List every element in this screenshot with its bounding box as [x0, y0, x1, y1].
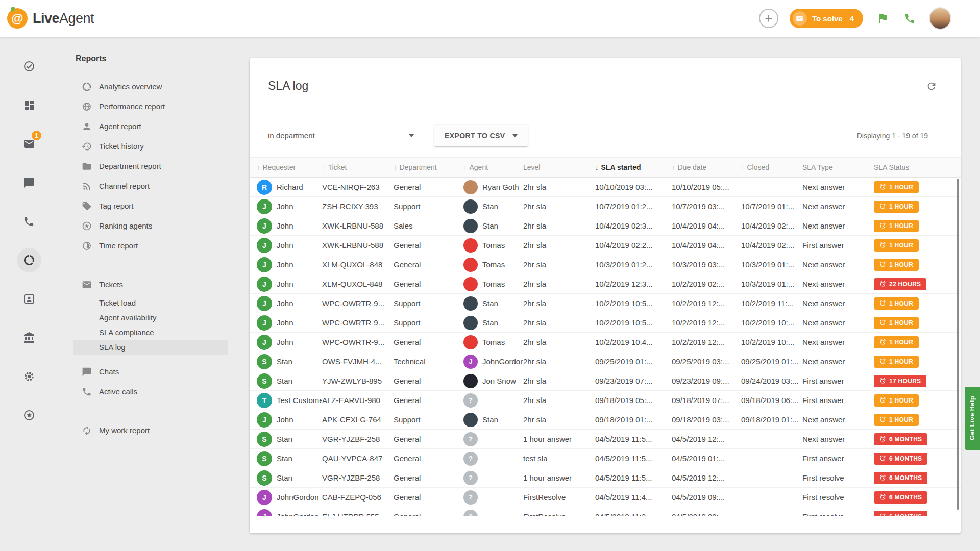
to-solve-button[interactable]: To solve 4: [790, 9, 863, 28]
column-header-sla-status[interactable]: SLA Status: [874, 163, 961, 171]
requester-cell: SStan: [257, 432, 322, 447]
requester-avatar: S: [257, 373, 272, 389]
sidebar-item-analytics-overview[interactable]: Analytics overview: [74, 77, 228, 96]
sidebar-item-time-report[interactable]: Time report: [74, 236, 228, 256]
export-csv-button[interactable]: EXPORT TO CSV: [434, 125, 528, 146]
sidebar-item-ranking-agents[interactable]: Ranking agents: [74, 216, 228, 236]
sidebar-item-ticket-load[interactable]: Ticket load: [74, 295, 228, 310]
rail-item-customers[interactable]: [17, 287, 41, 311]
table-row[interactable]: RRichardVCE-NIRQF-263GeneralRyan Goth2hr…: [250, 178, 961, 197]
closed-cell: 10/4/2019 02:...: [741, 241, 802, 249]
rail-item-dashboard[interactable]: [17, 93, 41, 117]
table-row[interactable]: JJohnAPK-CEXLG-764SupportStan2hr sla09/1…: [250, 410, 961, 430]
sidebar-item-tickets[interactable]: Tickets: [74, 274, 228, 294]
user-avatar[interactable]: [929, 7, 951, 30]
sidebar-subitem-label: Agent availability: [99, 313, 157, 322]
liveagent-logo[interactable]: @ LiveAgent: [7, 8, 94, 29]
rail-item-rewards[interactable]: [17, 403, 41, 428]
requester-cell: JJohn: [257, 412, 322, 428]
table-row[interactable]: JJohnXLM-QUXOL-848GeneralTomas2hr sla10/…: [250, 274, 961, 294]
table-row[interactable]: JJohnWPC-OWRTR-9...SupportStan2hr sla10/…: [250, 294, 961, 313]
sla-started-date: 10/2/2019 10:5...: [595, 318, 653, 327]
column-header-level[interactable]: Level: [523, 163, 595, 171]
table-row[interactable]: JJohnZSH-RCIXY-393SupportStan2hr sla10/7…: [250, 197, 961, 216]
get-live-help-tab[interactable]: Get Live Help: [965, 387, 980, 450]
due-date-cell: 10/2/2019 12:...: [672, 338, 741, 346]
due-date-cell: 04/5/2019 01:...: [672, 454, 741, 463]
department-filter-select[interactable]: in department: [266, 125, 419, 146]
sidebar-item-ticket-history[interactable]: Ticket history: [74, 136, 228, 156]
sla-level: test sla: [523, 454, 548, 463]
rail-item-reports[interactable]: [17, 248, 41, 272]
table-row[interactable]: JJohnWPC-OWRTR-9...GeneralTomas2hr sla10…: [250, 333, 961, 352]
sidebar-item-performance-report[interactable]: Performance report: [74, 96, 228, 116]
table-scrollbar[interactable]: [957, 179, 959, 520]
agent-cell: ?: [463, 432, 523, 446]
sidebar-item-active-calls[interactable]: Active calls: [74, 382, 228, 402]
pagination-info: Displaying 1 - 19 of 19: [857, 132, 928, 140]
table-row[interactable]: JJohnGordonELJ-UTRPP-555General?FirstRes…: [250, 507, 961, 516]
scrollbar-thumb[interactable]: [957, 179, 959, 510]
agent-avatar: [463, 413, 478, 427]
column-header-ticket[interactable]: Ticket: [322, 163, 394, 171]
sort-icon: [394, 163, 397, 171]
column-header-sla-started[interactable]: SLA started: [595, 163, 672, 171]
column-header-due-date[interactable]: Due date: [672, 163, 741, 171]
sidebar-item-sla-compliance[interactable]: SLA compliance: [74, 325, 228, 340]
table-row[interactable]: SStanQAU-YVPCA-847General?test sla04/5/2…: [250, 449, 961, 468]
rail-item-chats[interactable]: [17, 170, 41, 195]
sidebar-item-channel-report[interactable]: Channel report: [74, 176, 228, 196]
table-row[interactable]: SStanVGR-YJZBF-258General?1 hour answer0…: [250, 430, 961, 449]
sidebar-item-agent-report[interactable]: Agent report: [74, 116, 228, 136]
table-row[interactable]: SStanYJW-ZWLYB-895GeneralJon Snow2hr sla…: [250, 371, 961, 391]
requester-cell: SStan: [257, 373, 322, 389]
sidebar-item-agent-availability[interactable]: Agent availability: [74, 310, 228, 325]
column-header-department[interactable]: Department: [394, 163, 463, 171]
ticket-cell: XWK-LRBNU-588: [322, 241, 394, 249]
column-header-requester[interactable]: Requester: [257, 163, 322, 171]
closed-cell: 10/7/2019 01:...: [741, 202, 802, 211]
sidebar-item-sla-log[interactable]: SLA log: [74, 340, 228, 355]
rail-item-settings[interactable]: [17, 364, 41, 389]
ticket-cell: XLM-QUXOL-848: [322, 280, 394, 288]
table-row[interactable]: JJohnGordonCAB-FZEPQ-056General?FirstRes…: [250, 488, 961, 507]
add-new-button[interactable]: [759, 9, 778, 28]
due-date: 10/3/2019 03:...: [672, 260, 725, 269]
sla-status-label: 1 HOUR: [889, 358, 913, 365]
requester-avatar: J: [257, 199, 272, 214]
column-header-closed[interactable]: Closed: [741, 163, 802, 171]
table-row[interactable]: JJohnWPC-OWRTR-9...SupportStan2hr sla10/…: [250, 313, 961, 333]
table-row[interactable]: TTest CustomerALZ-EARVU-980General?2hr s…: [250, 391, 961, 410]
chevron-down-icon: [409, 134, 414, 137]
star-circle-icon: [82, 221, 92, 231]
requester-name: JohnGordon: [277, 512, 319, 516]
column-header-agent[interactable]: Agent: [463, 163, 523, 171]
rail-item-tickets[interactable]: 1: [17, 132, 41, 156]
rail-item-getting-started[interactable]: [17, 54, 41, 79]
table-row[interactable]: SStanVGR-YJZBF-258General?1 hour answer0…: [250, 468, 961, 488]
agent-avatar: [463, 374, 478, 388]
refresh-button[interactable]: [923, 78, 940, 95]
requester-cell: JJohn: [257, 296, 322, 311]
sidebar-item-label: Analytics overview: [99, 82, 162, 91]
chats-status-button[interactable]: [874, 10, 891, 27]
table-row[interactable]: JJohnXWK-LRBNU-588SalesStan2hr sla10/4/2…: [250, 216, 961, 236]
agent-cell: ?: [463, 471, 523, 485]
requester-cell: JJohn: [257, 277, 322, 292]
rail-item-billing[interactable]: [17, 325, 41, 350]
table-row[interactable]: JJohnXLM-QUXOL-848GeneralTomas2hr sla10/…: [250, 255, 961, 274]
requester-avatar: J: [257, 218, 272, 234]
sidebar-item-tag-report[interactable]: Tag report: [74, 196, 228, 216]
column-header-sla-type[interactable]: SLA Type: [802, 163, 874, 171]
sidebar-item-department-report[interactable]: Department report: [74, 156, 228, 176]
calls-status-button[interactable]: [902, 11, 918, 27]
due-date: 09/25/2019 03:...: [672, 357, 729, 366]
rail-item-calls[interactable]: [17, 209, 41, 234]
sla-type-cell: Next answer: [802, 415, 874, 424]
requester-cell: RRichard: [257, 180, 322, 195]
table-row[interactable]: SStanOWS-FVJMH-4...TechnicalJJohnGordon2…: [250, 352, 961, 371]
department-cell: Support: [394, 318, 463, 327]
sidebar-item-chats[interactable]: Chats: [74, 362, 228, 382]
sidebar-item-my-work-report[interactable]: My work report: [74, 420, 228, 440]
table-row[interactable]: JJohnXWK-LRBNU-588GeneralTomas2hr sla10/…: [250, 236, 961, 255]
